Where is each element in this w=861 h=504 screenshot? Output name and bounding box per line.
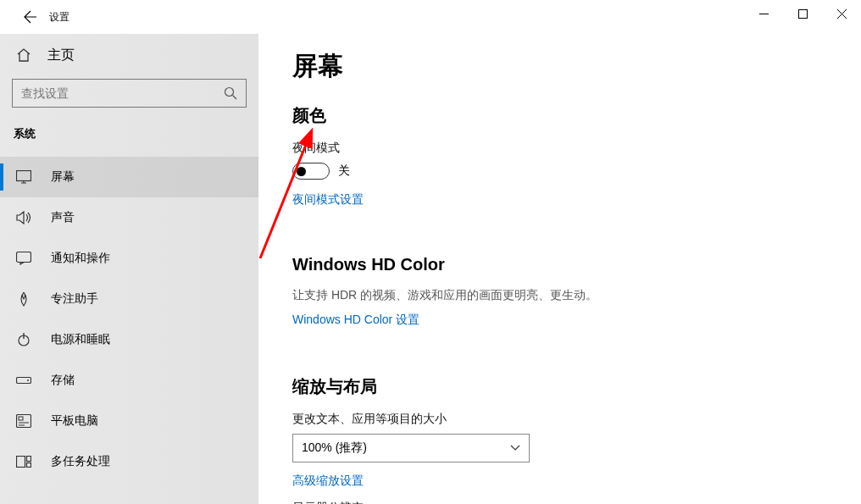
display-icon bbox=[15, 170, 32, 184]
hdcolor-heading: Windows HD Color bbox=[292, 255, 861, 274]
scale-heading: 缩放与布局 bbox=[292, 375, 861, 398]
sidebar-item-multitask[interactable]: 多任务处理 bbox=[0, 441, 258, 482]
sidebar-item-power[interactable]: 电源和睡眠 bbox=[0, 319, 258, 360]
night-mode-label: 夜间模式 bbox=[292, 141, 861, 156]
svg-rect-10 bbox=[27, 457, 31, 462]
main-content: 屏幕 颜色 夜间模式 关 夜间模式设置 Windows HD Color 让支持… bbox=[258, 34, 861, 504]
svg-rect-11 bbox=[27, 463, 31, 468]
sidebar-item-label: 屏幕 bbox=[51, 169, 75, 185]
svg-point-6 bbox=[27, 379, 29, 381]
hdcolor-settings-link[interactable]: Windows HD Color 设置 bbox=[292, 313, 419, 328]
svg-point-1 bbox=[225, 88, 234, 97]
search-input[interactable] bbox=[12, 79, 247, 108]
sidebar-item-label: 电源和睡眠 bbox=[51, 332, 110, 347]
sidebar-item-label: 平板电脑 bbox=[51, 413, 98, 429]
page-title: 屏幕 bbox=[292, 49, 861, 84]
color-heading: 颜色 bbox=[292, 104, 861, 127]
focus-icon bbox=[15, 291, 32, 307]
tablet-icon bbox=[15, 414, 32, 428]
sidebar-item-label: 存储 bbox=[51, 373, 75, 388]
svg-rect-9 bbox=[17, 457, 25, 468]
home-label: 主页 bbox=[47, 47, 75, 64]
night-mode-settings-link[interactable]: 夜间模式设置 bbox=[292, 192, 364, 208]
titlebar: 设置 bbox=[0, 0, 861, 34]
chevron-down-icon bbox=[510, 445, 520, 451]
close-button[interactable] bbox=[822, 0, 861, 27]
power-icon bbox=[15, 333, 32, 346]
notification-icon bbox=[15, 252, 32, 265]
search-icon bbox=[224, 86, 237, 100]
sidebar-item-label: 多任务处理 bbox=[51, 454, 110, 469]
sidebar-item-tablet[interactable]: 平板电脑 bbox=[0, 401, 258, 441]
multitask-icon bbox=[15, 456, 32, 468]
category-label: 系统 bbox=[0, 119, 258, 157]
sidebar-item-display[interactable]: 屏幕 bbox=[0, 157, 258, 197]
maximize-icon bbox=[798, 9, 808, 19]
sidebar-item-label: 通知和操作 bbox=[51, 251, 110, 266]
sound-icon bbox=[15, 211, 32, 224]
storage-icon bbox=[15, 375, 32, 385]
svg-rect-2 bbox=[17, 171, 31, 181]
back-button[interactable] bbox=[14, 0, 47, 34]
svg-rect-0 bbox=[798, 9, 807, 18]
scale-dropdown-value: 100% (推荐) bbox=[302, 440, 367, 456]
scale-size-label: 更改文本、应用等项目的大小 bbox=[292, 412, 861, 427]
sidebar-item-focus[interactable]: 专注助手 bbox=[0, 279, 258, 319]
night-mode-toggle[interactable] bbox=[292, 163, 330, 180]
resolution-label: 显示器分辨率 bbox=[292, 501, 861, 504]
search-field[interactable] bbox=[21, 86, 224, 100]
night-mode-state: 关 bbox=[338, 163, 350, 179]
maximize-button[interactable] bbox=[783, 0, 822, 27]
window-controls bbox=[744, 0, 861, 34]
sidebar-item-sound[interactable]: 声音 bbox=[0, 197, 258, 238]
hdcolor-desc: 让支持 HDR 的视频、游戏和应用的画面更明亮、更生动。 bbox=[292, 288, 861, 303]
sidebar-item-storage[interactable]: 存储 bbox=[0, 360, 258, 401]
sidebar-item-label: 声音 bbox=[51, 210, 75, 225]
scale-dropdown[interactable]: 100% (推荐) bbox=[292, 434, 530, 462]
window-title: 设置 bbox=[49, 10, 69, 25]
svg-rect-3 bbox=[17, 252, 31, 263]
minimize-button[interactable] bbox=[744, 0, 783, 27]
svg-rect-8 bbox=[19, 417, 23, 420]
close-icon bbox=[837, 9, 847, 19]
home-icon bbox=[15, 47, 32, 63]
sidebar-item-notifications[interactable]: 通知和操作 bbox=[0, 238, 258, 279]
advanced-scale-link[interactable]: 高级缩放设置 bbox=[292, 474, 364, 489]
home-nav[interactable]: 主页 bbox=[0, 34, 258, 76]
sidebar-item-label: 专注助手 bbox=[51, 291, 98, 307]
minimize-icon bbox=[759, 9, 769, 19]
sidebar: 主页 系统 屏幕 声音 通知和操作 专注助手 bbox=[0, 34, 258, 504]
arrow-left-icon bbox=[24, 10, 37, 24]
